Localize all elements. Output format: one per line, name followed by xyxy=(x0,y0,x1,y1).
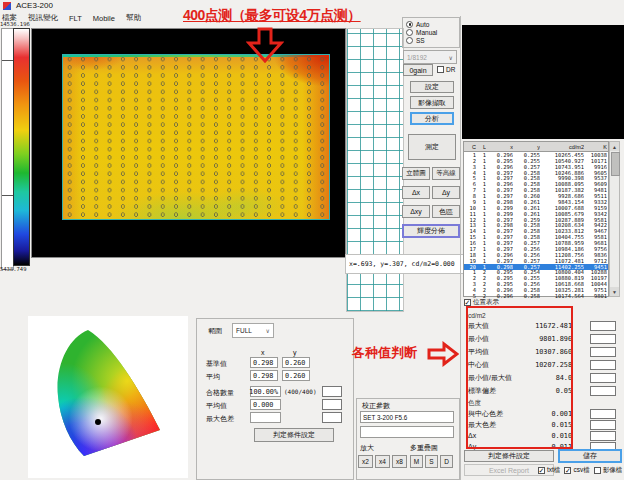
zoom-x8-button[interactable]: x8 xyxy=(392,455,407,468)
range-value: FULL xyxy=(236,327,252,334)
scroll-up-icon[interactable]: ▲ xyxy=(610,142,619,151)
reference-label: 基準值 xyxy=(206,359,227,369)
table-col-header: K xyxy=(584,144,607,150)
capture-radio[interactable]: Auto xyxy=(406,20,459,28)
overlay-S-button[interactable]: S xyxy=(425,455,438,468)
pass-percent-field: 100.00% xyxy=(250,386,281,397)
save-button[interactable]: 儲存 xyxy=(558,449,622,463)
stats-value: 0.001 xyxy=(520,410,572,418)
radio-label: Manual xyxy=(416,29,437,36)
radio-label: Auto xyxy=(416,21,429,28)
capture-radio[interactable]: SS xyxy=(406,36,459,44)
menu-item[interactable]: 視訊變化 xyxy=(28,13,58,23)
average-y-field: 0.260 xyxy=(282,370,310,381)
file-type-checkboxes: ✓txt檔✓csv檔影像檔 xyxy=(538,466,622,475)
stats-label: 最小值 xyxy=(468,334,489,344)
file-type-checkbox[interactable]: 影像檔 xyxy=(594,466,623,475)
color-zone-button[interactable]: 色區 xyxy=(432,205,460,218)
range-dropdown[interactable]: FULL∨ xyxy=(232,323,274,338)
measure-button[interactable]: 測定 xyxy=(408,134,456,160)
luminance-colorbar xyxy=(13,28,30,266)
stats-label: 與中心色差 xyxy=(468,409,503,419)
stats-label: 最大值 xyxy=(468,321,489,331)
overlay-label: 多重疊圖 xyxy=(410,443,438,453)
stats-value: 10207.258 xyxy=(520,361,572,369)
gain-button[interactable]: 0gain xyxy=(403,64,433,76)
judge-box xyxy=(590,386,616,396)
checkbox-icon: ✓ xyxy=(538,467,545,474)
file-type-label: csv檔 xyxy=(573,466,589,475)
scroll-down-icon[interactable]: ▼ xyxy=(610,287,619,296)
calibration-param-field[interactable]: SET 3-200 F5.6 xyxy=(360,411,454,423)
stats-chroma-section-label: 色度 xyxy=(468,397,616,408)
col-y-header: y xyxy=(293,349,297,356)
table-header: CLxycd/m2K xyxy=(464,142,608,152)
stats-value: 0.010 xyxy=(520,432,572,440)
camera-preview xyxy=(462,25,624,139)
stats-row: 中心值10207.258 xyxy=(468,358,616,371)
judge-condition-button[interactable]: 判定條件設定 xyxy=(464,450,554,462)
file-type-checkbox[interactable]: ✓txt檔 xyxy=(538,466,560,475)
settings-button[interactable]: 設定 xyxy=(410,81,454,93)
cie-chromaticity-diagram xyxy=(28,316,188,478)
solid-view-button[interactable]: 立體圖 xyxy=(402,167,430,180)
scroll-thumb[interactable] xyxy=(611,152,620,176)
judge-box xyxy=(590,420,616,430)
shutter-dropdown[interactable]: 1/8192∨ xyxy=(403,50,457,64)
reference-y-field[interactable]: 0.260 xyxy=(282,357,310,368)
judge-box xyxy=(590,360,616,370)
ruler-tick xyxy=(2,60,13,61)
luminance-dist-button[interactable]: 輝度分佈 xyxy=(402,224,460,238)
delta-x-button[interactable]: Δx xyxy=(402,186,430,199)
menu-item[interactable]: 幫助 xyxy=(126,13,141,23)
delta-xy-button[interactable]: Δxy xyxy=(402,205,430,218)
cursor-readout: x=.693, y=.307, cd/m2=0.000 xyxy=(345,254,464,274)
mean-label: 平均值 xyxy=(206,401,227,411)
menu-item[interactable]: Mobile xyxy=(93,14,115,23)
zoom-x2-button[interactable]: x2 xyxy=(358,455,373,468)
radio-icon xyxy=(406,21,413,28)
pass-count-label: 合格數量 xyxy=(206,388,234,398)
annotation-down-arrow-icon xyxy=(246,27,284,63)
luminance-heatmap[interactable] xyxy=(62,54,330,220)
stats-value: 11672.481 xyxy=(520,322,572,330)
table-col-header: x xyxy=(486,144,513,150)
stats-row: 平均值10307.860 xyxy=(468,345,616,358)
delta-y-button[interactable]: Δy xyxy=(432,186,460,199)
zoom-x4-button[interactable]: x4 xyxy=(375,455,390,468)
menu-item[interactable]: FLT xyxy=(69,14,82,23)
reference-x-field[interactable]: 0.298 xyxy=(250,357,278,368)
colorbar-min-label: 5438.749 xyxy=(0,266,27,272)
app-icon xyxy=(3,2,11,10)
radio-icon xyxy=(406,37,413,44)
dr-checkbox[interactable]: DR xyxy=(437,66,455,73)
table-scrollbar[interactable]: ▲ ▼ xyxy=(609,141,620,297)
judge-condition-button-2[interactable]: 判定條件設定 xyxy=(254,428,334,442)
ruler-tick xyxy=(2,195,13,196)
average-x-field: 0.298 xyxy=(250,370,278,381)
radio-label: SS xyxy=(416,37,425,44)
stats-label: Δx xyxy=(468,432,476,439)
image-capture-button[interactable]: 影像擷取 xyxy=(410,96,454,109)
judge-box xyxy=(590,334,616,344)
stats-label: Δy xyxy=(468,443,476,450)
app-window: ACE3-200 檔案視訊變化FLTMobile幫助 14536.196 543… xyxy=(0,0,624,480)
file-type-checkbox[interactable]: ✓csv檔 xyxy=(564,466,589,475)
overlay-D-button[interactable]: D xyxy=(440,455,453,468)
overlay-M-button[interactable]: M xyxy=(410,455,423,468)
stats-lum-section-label: cd/m2 xyxy=(468,308,616,319)
calibration-param2-field[interactable] xyxy=(360,426,454,438)
white-point-marker xyxy=(95,419,101,425)
chevron-down-icon: ∨ xyxy=(266,327,270,334)
profile-grid-lower xyxy=(346,272,404,312)
analyze-button[interactable]: 分析 xyxy=(410,112,454,125)
measurement-table[interactable]: CLxycd/m2K 110.2960.25510265.45510038210… xyxy=(463,141,609,297)
maxdiff-label: 最大色差 xyxy=(206,414,234,424)
position-display-checkbox[interactable]: ✓ 位置表示 xyxy=(464,298,499,307)
stats-row: 標準偏差0.05 xyxy=(468,384,616,397)
stats-row: Δx0.010 xyxy=(468,430,616,441)
capture-radio[interactable]: Manual xyxy=(406,28,459,36)
stats-value: 9801.896 xyxy=(520,335,572,343)
contour-button[interactable]: 等高線 xyxy=(432,167,460,180)
judge-box xyxy=(590,431,616,441)
